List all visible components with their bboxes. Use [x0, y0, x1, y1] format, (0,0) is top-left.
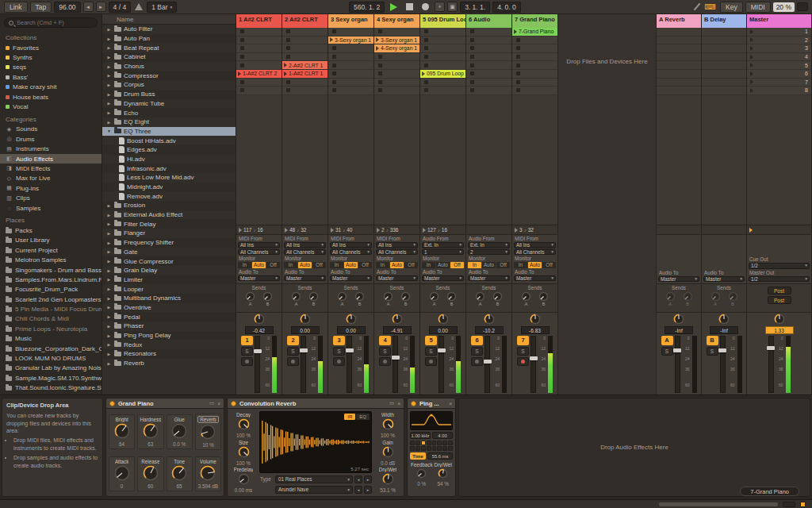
clip-stop-button[interactable]: [286, 55, 290, 59]
beat-division-cell[interactable]: [427, 441, 431, 445]
clip-stop-button[interactable]: [332, 55, 336, 59]
loop-start-field[interactable]: 3. 1. 1.: [460, 2, 490, 13]
device-knob-size[interactable]: Size100 %: [230, 440, 257, 466]
clip-stop-button[interactable]: [470, 38, 474, 42]
draw-mode-icon[interactable]: [693, 2, 701, 11]
search-input[interactable]: [17, 19, 93, 26]
scene-2[interactable]: 2: [747, 37, 811, 45]
device-knob-release[interactable]: Release60: [137, 456, 163, 491]
scene-play-icon[interactable]: [750, 88, 753, 93]
sidebar-item-look-mum-no-drums[interactable]: LOOK MUM NO DRUMS: [0, 353, 102, 363]
sidebar-item-music[interactable]: Music: [0, 334, 102, 344]
output-select[interactable]: Master▾: [658, 276, 699, 283]
horizontal-scrollbar[interactable]: [659, 502, 778, 506]
volume-value[interactable]: -Inf: [665, 326, 693, 334]
filter-q-value[interactable]: 4.00: [432, 432, 453, 439]
solo-button[interactable]: S: [707, 347, 718, 356]
clip-slot[interactable]: [420, 37, 465, 45]
expand-arrow-icon[interactable]: ▶: [106, 324, 112, 329]
clip-slot[interactable]: [420, 79, 465, 87]
clip-slot[interactable]: [374, 53, 419, 62]
device-knob-hardness[interactable]: Hardness63: [137, 414, 163, 449]
track-title[interactable]: A Reverb: [657, 14, 701, 28]
clip-2-a-2-clrt-1[interactable]: 2-A#2 CLRT 1: [282, 61, 327, 69]
clip-slot[interactable]: [236, 28, 282, 37]
clip-slot[interactable]: [420, 28, 465, 37]
arm-button[interactable]: [425, 357, 437, 366]
track-activator[interactable]: 7: [517, 336, 529, 345]
solo-button[interactable]: S: [517, 347, 529, 356]
browser-item-reverb[interactable]: ▶Reverb: [102, 359, 236, 368]
expand-arrow-icon[interactable]: ▶: [106, 213, 112, 217]
browser-item-glue-compressor[interactable]: ▶Glue Compressor: [102, 256, 236, 266]
hot-swap-icon[interactable]: ▭: [209, 400, 214, 406]
volume-value[interactable]: -6.83: [521, 326, 550, 334]
device-chain-breadcrumb[interactable]: 7-Grand Piano: [740, 487, 799, 496]
clip-slot[interactable]: [466, 87, 511, 95]
monitor-in[interactable]: In: [468, 262, 481, 268]
clip-play-icon[interactable]: [514, 29, 517, 34]
clip-3-sexy-organ-1[interactable]: 3-Sexy organ 1: [374, 37, 419, 44]
midi-map-button[interactable]: MIDI: [745, 2, 771, 13]
fader-handle[interactable]: [346, 348, 354, 352]
volume-fader[interactable]: [720, 336, 726, 393]
fader-handle[interactable]: [300, 348, 308, 352]
fold-icon[interactable]: ×: [397, 401, 400, 406]
clip-slot[interactable]: [282, 28, 327, 37]
sidebar-item-samples-from-mars-lindrum-fro[interactable]: Samples.From.Mars.Lindrum.Fro: [0, 275, 102, 284]
device-title-bar[interactable]: Convolution Reverb ▭ ×: [228, 398, 404, 409]
scene-play-icon[interactable]: [750, 46, 753, 51]
send-knob-b[interactable]: B: [354, 291, 365, 306]
clip-stop-button[interactable]: [378, 80, 382, 84]
input-type-select[interactable]: All Ins▾: [330, 242, 372, 248]
loop-length-field[interactable]: 4. 0. 0: [492, 2, 521, 13]
beat-division-cell[interactable]: [437, 441, 442, 445]
device-title-bar[interactable]: Ping ... ×: [408, 398, 455, 409]
browser-item-echo[interactable]: ▶Echo: [102, 108, 236, 117]
track-title[interactable]: 1 A#2 CLRT: [236, 14, 282, 28]
monitor-auto[interactable]: Auto: [528, 262, 542, 268]
send-knob-b[interactable]: B: [400, 291, 411, 306]
expand-arrow-icon[interactable]: ▼: [106, 129, 112, 133]
pan-knob[interactable]: [530, 314, 541, 325]
link-button[interactable]: Link: [4, 2, 28, 13]
input-type-select[interactable]: All Ins▾: [238, 242, 280, 248]
master-out-select[interactable]: 1/2▾: [749, 276, 810, 283]
sidebar-item-midi-effects[interactable]: ◨MIDI Effects: [0, 164, 102, 173]
expand-arrow-icon[interactable]: ▶: [106, 241, 112, 245]
expand-arrow-icon[interactable]: ▶: [106, 333, 112, 338]
clip-stop-button[interactable]: [378, 88, 382, 92]
clip-1-a-2-clrt-2[interactable]: 1-A#2 CLRT 2: [236, 70, 282, 78]
clip-stop-button[interactable]: [424, 46, 428, 50]
track-title[interactable]: B Delay: [702, 14, 746, 28]
clip-slot[interactable]: 095 Drum Loop: [420, 70, 465, 79]
search-box[interactable]: [4, 17, 98, 28]
input-type-select[interactable]: Ext. In▾: [422, 242, 464, 248]
next-ir-button[interactable]: ▸: [364, 475, 372, 483]
clip-slot[interactable]: 1-A#2 CLRT 1: [282, 70, 327, 79]
clip-play-icon[interactable]: [238, 71, 241, 76]
send-knob-a[interactable]: A: [710, 291, 721, 306]
clip-slot[interactable]: [236, 44, 282, 53]
sidebar-item-clips[interactable]: ▥Clips: [0, 193, 102, 202]
monitor-auto[interactable]: Auto: [390, 262, 404, 268]
scene-7[interactable]: 7: [747, 79, 811, 87]
arm-button[interactable]: [287, 357, 299, 366]
output-select[interactable]: Master▾: [376, 275, 418, 282]
clip-slot[interactable]: [282, 37, 327, 45]
expand-arrow-icon[interactable]: ▶: [106, 92, 112, 97]
scene-6[interactable]: 6: [747, 70, 811, 79]
expand-arrow-icon[interactable]: ▶: [106, 203, 112, 208]
send-knob-a[interactable]: A: [337, 291, 347, 306]
device-knob-gain[interactable]: Gain0.0 dB: [374, 440, 401, 466]
clip-stop-button[interactable]: [516, 80, 520, 84]
clip-1-a-2-clrt-1[interactable]: 1-A#2 CLRT 1: [282, 70, 327, 78]
pan-knob[interactable]: [774, 314, 785, 325]
send-a-post-toggle[interactable]: Post: [768, 287, 791, 294]
clip-slot[interactable]: [420, 87, 465, 95]
browser-item-frequency-shifter[interactable]: ▶Frequency Shifter: [102, 238, 236, 248]
browser-item-auto-filter[interactable]: ▶Auto Filter: [102, 25, 236, 34]
device-knob-reverb[interactable]: Reverb10 %: [195, 414, 221, 450]
clip-stop-button[interactable]: [424, 55, 428, 59]
metronome-icon[interactable]: [135, 3, 143, 10]
